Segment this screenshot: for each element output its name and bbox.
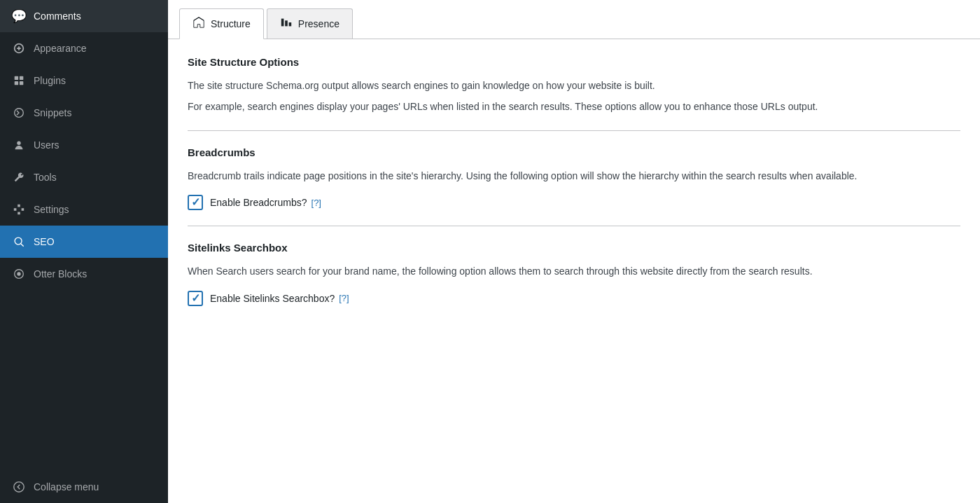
svg-rect-2 [15, 81, 18, 85]
appearance-icon [11, 41, 27, 56]
tabs-bar: Structure Presence [168, 0, 980, 39]
enable-breadcrumbs-checkbox[interactable]: ✓ [188, 195, 203, 210]
otter-blocks-icon [11, 266, 27, 282]
sitelinks-checkbox-row: ✓ Enable Sitelinks Searchbox? [?] [188, 291, 960, 306]
sidebar-item-label: Comments [34, 11, 81, 22]
svg-rect-6 [18, 205, 20, 207]
sidebar-item-tools[interactable]: Tools [0, 161, 168, 193]
tab-structure-label: Structure [211, 18, 251, 29]
enable-breadcrumbs-text: Enable Breadcrumbs? [210, 197, 307, 208]
enable-sitelinks-text: Enable Sitelinks Searchbox? [210, 293, 335, 304]
tab-presence-label: Presence [298, 18, 340, 29]
svg-rect-3 [20, 81, 23, 85]
tab-structure[interactable]: Structure [179, 8, 264, 39]
enable-sitelinks-label: Enable Sitelinks Searchbox? [?] [210, 293, 349, 304]
sidebar-item-label: Tools [34, 172, 57, 183]
section-title-breadcrumbs: Breadcrumbs [188, 146, 960, 158]
sidebar-item-snippets[interactable]: Snippets [0, 97, 168, 129]
svg-rect-1 [20, 76, 23, 80]
sidebar-item-label: Otter Blocks [34, 268, 87, 280]
svg-point-14 [14, 482, 24, 492]
collapse-menu-item[interactable]: Collapse menu [0, 471, 168, 503]
sidebar-item-label: Plugins [34, 75, 66, 86]
sidebar: 💬 Comments Appearance Plugins Snippets U… [0, 0, 168, 503]
plugins-icon [11, 73, 27, 88]
section-desc-site-structure-2: For example, search engines display your… [188, 99, 960, 114]
enable-breadcrumbs-label: Enable Breadcrumbs? [?] [210, 197, 321, 208]
sidebar-item-users[interactable]: Users [0, 129, 168, 161]
settings-icon [11, 202, 27, 217]
snippets-icon [11, 105, 27, 120]
sidebar-item-plugins[interactable]: Plugins [0, 64, 168, 97]
sidebar-item-label: Appearance [34, 43, 87, 54]
breadcrumbs-checkbox-row: ✓ Enable Breadcrumbs? [?] [188, 195, 960, 210]
section-desc-breadcrumbs: Breadcrumb trails indicate page position… [188, 168, 960, 184]
svg-point-5 [17, 142, 20, 145]
sidebar-item-settings[interactable]: Settings [0, 193, 168, 226]
svg-rect-15 [281, 19, 284, 27]
content-body: Site Structure Options The site structur… [168, 39, 980, 323]
sidebar-item-label: Snippets [34, 107, 71, 118]
svg-line-11 [21, 244, 23, 246]
section-desc-site-structure-1: The site structure Schema.org output all… [188, 78, 960, 93]
collapse-menu-label: Collapse menu [34, 481, 99, 492]
svg-rect-7 [18, 212, 20, 215]
breadcrumbs-help-link[interactable]: [?] [312, 198, 321, 208]
sidebar-item-label: Settings [34, 204, 69, 215]
svg-rect-9 [22, 208, 24, 211]
section-site-structure: Site Structure Options The site structur… [188, 56, 960, 115]
section-sitelinks: Sitelinks Searchbox When Search users se… [188, 242, 960, 305]
svg-rect-0 [15, 76, 18, 80]
structure-tab-icon [192, 16, 205, 32]
comments-icon: 💬 [11, 8, 27, 24]
tools-icon [11, 170, 27, 185]
section-desc-sitelinks: When Search users search for your brand … [188, 263, 960, 279]
svg-point-13 [17, 272, 20, 275]
section-title-sitelinks: Sitelinks Searchbox [188, 242, 960, 254]
sidebar-item-comments[interactable]: 💬 Comments [0, 0, 168, 32]
checkmark-icon-sitelinks: ✓ [191, 293, 200, 304]
sidebar-item-label: SEO [34, 236, 55, 247]
main-content: Structure Presence Site Structure Option… [168, 0, 980, 503]
divider-1 [188, 130, 960, 131]
users-icon [11, 137, 27, 153]
svg-rect-8 [14, 208, 17, 211]
seo-icon [11, 234, 27, 249]
sitelinks-help-link[interactable]: [?] [339, 293, 349, 303]
divider-2 [188, 226, 960, 226]
collapse-icon [11, 479, 27, 495]
sidebar-item-label: Users [34, 139, 59, 151]
section-breadcrumbs: Breadcrumbs Breadcrumb trails indicate p… [188, 146, 960, 210]
presence-tab-icon [280, 16, 293, 32]
checkmark-icon: ✓ [191, 197, 200, 208]
svg-rect-16 [285, 20, 288, 26]
tab-presence[interactable]: Presence [267, 8, 353, 39]
sidebar-item-appearance[interactable]: Appearance [0, 32, 168, 64]
sidebar-item-seo[interactable]: SEO [0, 226, 168, 258]
sidebar-item-otter-blocks[interactable]: Otter Blocks [0, 258, 168, 290]
section-title-site-structure: Site Structure Options [188, 56, 960, 68]
svg-point-10 [15, 237, 22, 244]
enable-sitelinks-checkbox[interactable]: ✓ [188, 291, 203, 306]
svg-rect-17 [288, 22, 291, 26]
